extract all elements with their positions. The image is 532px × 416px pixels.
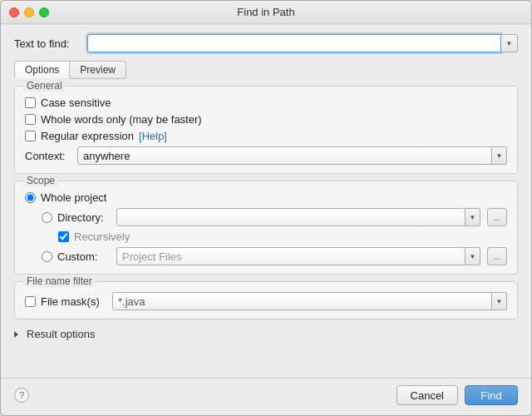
recursively-label: Recursively [74, 230, 130, 243]
case-sensitive-checkbox[interactable] [25, 97, 36, 108]
directory-radio[interactable] [42, 212, 52, 223]
general-section-content: Case sensitive Whole words only (may be … [25, 97, 507, 165]
file-mask-select-arrow: ▼ [492, 292, 507, 310]
result-options-label: Result options [27, 328, 95, 340]
custom-select[interactable]: Project Files [116, 247, 466, 265]
find-dropdown-button[interactable]: ▼ [501, 34, 518, 52]
maximize-button[interactable] [39, 7, 49, 17]
regex-row: Regular expression [Help] [25, 130, 507, 142]
context-select-wrapper: anywhere inside tag outside tag in tag a… [77, 146, 507, 165]
find-row: Text to find: ▼ [14, 34, 518, 52]
file-mask-label: File mask(s) [41, 295, 107, 308]
whole-project-radio[interactable] [25, 192, 36, 203]
custom-select-wrapper: Project Files ▼ [116, 247, 480, 265]
regex-label: Regular expression [41, 130, 134, 142]
whole-project-row: Whole project [25, 191, 507, 204]
tab-preview[interactable]: Preview [70, 61, 126, 79]
case-sensitive-label: Case sensitive [41, 97, 111, 109]
directory-select[interactable] [116, 208, 466, 226]
find-input-container: ▼ [87, 34, 518, 52]
directory-select-arrow: ▼ [466, 208, 480, 226]
traffic-lights [9, 7, 49, 17]
find-button[interactable]: Find [465, 385, 518, 405]
directory-browse-button[interactable]: ... [487, 208, 507, 226]
whole-words-label: Whole words only (may be faster) [41, 113, 202, 126]
minimize-button[interactable] [24, 7, 34, 17]
case-sensitive-row: Case sensitive [25, 97, 507, 109]
scope-section-title: Scope [23, 175, 58, 186]
regex-help-link[interactable]: [Help] [139, 130, 167, 142]
context-select-arrow: ▼ [492, 146, 507, 165]
file-filter-title: File name filter [23, 275, 96, 287]
window-title: Find in Path [237, 6, 294, 18]
general-section-title: General [23, 80, 66, 92]
recursively-row: Recursively [25, 230, 507, 243]
title-bar: Find in Path [1, 1, 531, 24]
find-text-input[interactable] [87, 34, 501, 52]
custom-label: Custom: [57, 250, 111, 263]
close-button[interactable] [9, 7, 19, 17]
custom-radio[interactable] [42, 251, 52, 262]
tab-options[interactable]: Options [14, 61, 70, 79]
file-mask-checkbox[interactable] [25, 296, 36, 307]
whole-project-label: Whole project [41, 191, 106, 204]
file-mask-select[interactable]: *.java [112, 292, 492, 310]
custom-row: Custom: Project Files ▼ ... [25, 247, 507, 265]
help-icon-button[interactable]: ? [14, 388, 29, 403]
general-section: General Case sensitive Whole words only … [14, 86, 518, 174]
recursively-checkbox[interactable] [58, 231, 69, 242]
result-options-triangle-icon [14, 331, 18, 338]
result-options-row[interactable]: Result options [14, 326, 518, 342]
scope-section-content: Whole project Directory: ▼ ... Recurs [25, 191, 507, 265]
scope-section: Scope Whole project Directory: ▼ ... [14, 181, 518, 275]
directory-label: Directory: [57, 211, 111, 224]
file-mask-row: File mask(s) *.java ▼ [25, 292, 507, 310]
cancel-button[interactable]: Cancel [397, 385, 458, 405]
file-mask-select-wrapper: *.java ▼ [112, 292, 507, 310]
footer-buttons: Cancel Find [397, 385, 518, 405]
tab-bar: Options Preview [14, 61, 518, 79]
footer: ? Cancel Find [1, 378, 531, 415]
context-row: Context: anywhere inside tag outside tag… [25, 146, 507, 165]
whole-words-checkbox[interactable] [25, 114, 36, 125]
context-label: Context: [25, 150, 71, 162]
context-select[interactable]: anywhere inside tag outside tag in tag a… [77, 146, 492, 165]
directory-row: Directory: ▼ ... [25, 208, 507, 226]
whole-words-row: Whole words only (may be faster) [25, 113, 507, 126]
directory-select-wrapper: ▼ [116, 208, 480, 226]
find-label: Text to find: [14, 37, 81, 50]
find-in-path-dialog: Find in Path Text to find: ▼ Options Pre… [0, 0, 532, 416]
custom-browse-button[interactable]: ... [487, 247, 507, 265]
file-filter-section: File name filter File mask(s) *.java ▼ [14, 281, 518, 319]
custom-select-arrow: ▼ [466, 247, 480, 265]
regex-checkbox[interactable] [25, 131, 36, 141]
dialog-content: Text to find: ▼ Options Preview General … [1, 24, 531, 378]
file-filter-content: File mask(s) *.java ▼ [25, 292, 507, 310]
